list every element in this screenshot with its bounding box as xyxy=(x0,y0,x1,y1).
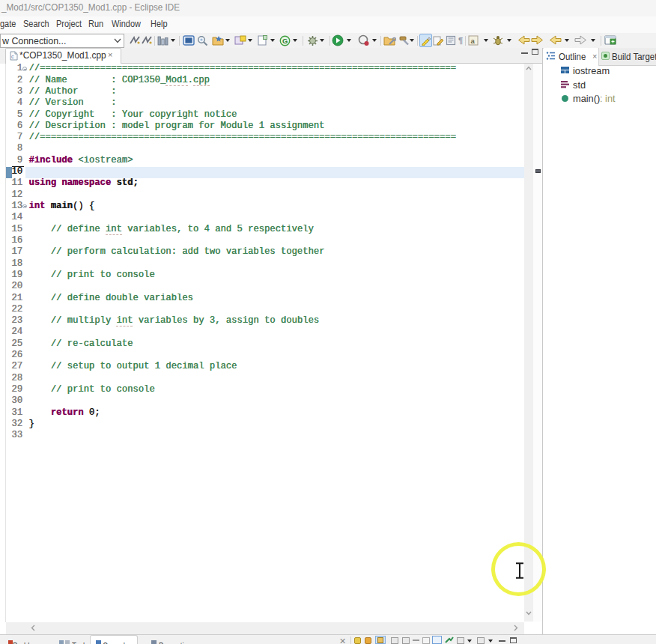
svg-text:G: G xyxy=(282,37,288,45)
svg-text:c: c xyxy=(11,54,14,59)
svg-text:a: a xyxy=(470,37,475,45)
